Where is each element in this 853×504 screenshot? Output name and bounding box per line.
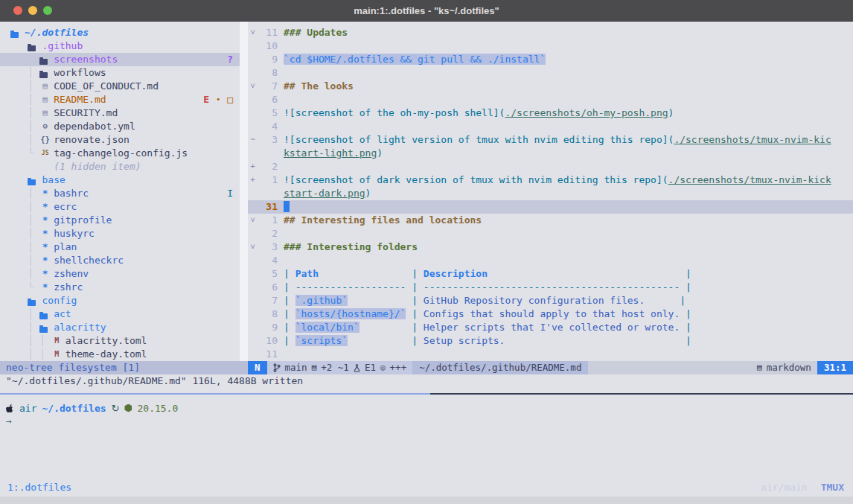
indent-guides	[10, 294, 28, 307]
editor-line[interactable]: 9`cd $HOME/.dotfiles && git pull && ./in…	[248, 53, 853, 66]
shell-pane[interactable]: air ~/.dotfiles ↻ 20.15.0 →	[0, 395, 853, 477]
tree-item[interactable]: │ *huskyrc	[0, 227, 240, 240]
fold-icon[interactable]: ˅	[248, 214, 258, 227]
tree-item[interactable]: │ screenshots?	[0, 53, 240, 66]
tree-item[interactable]: │ ▤CODE_OF_CONDUCT.md	[0, 80, 240, 93]
indent-guides: │	[10, 321, 39, 334]
tmux-pane-divider[interactable]	[0, 393, 853, 395]
gutter-blank	[248, 200, 258, 214]
editor-line[interactable]: +1![screenshot of dark version of tmux w…	[248, 173, 853, 187]
editor-line[interactable]: 7| `.github` | GitHub Repository configu…	[248, 294, 853, 307]
zoom-button[interactable]	[43, 6, 52, 15]
editor-line[interactable]: ~3![screenshot of light version of tmux …	[248, 133, 853, 147]
editor-line[interactable]: 8| `hosts/{hostname}/` | Configs that sh…	[248, 307, 853, 321]
editor-line[interactable]: 2	[248, 227, 853, 240]
close-button[interactable]	[13, 6, 22, 15]
tree-item[interactable]: └ JStag-changelog-config.js	[0, 147, 240, 160]
tree-item[interactable]: │ │ Malacritty.toml	[0, 334, 240, 348]
tree-item[interactable]: │ act	[0, 307, 240, 321]
text-segment: Description	[424, 268, 488, 279]
tree-item-label: bashrc	[54, 187, 89, 200]
gutter-blank	[248, 281, 258, 294]
tree-item[interactable]: │ *gitprofile	[0, 214, 240, 227]
status-badge: I	[227, 187, 233, 200]
tree-item[interactable]: │ ▤README.mdE•□	[0, 93, 240, 106]
minimize-button[interactable]	[28, 6, 37, 15]
editor-line[interactable]: 4	[248, 120, 853, 133]
tree-item-label: ~/.dotfiles	[25, 26, 89, 39]
tree-item[interactable]: │ alacritty	[0, 321, 240, 334]
tree-item-label: workflows	[54, 66, 106, 80]
folder-icon	[28, 300, 36, 306]
indent-guides: │	[10, 66, 39, 80]
tree-item[interactable]: │ *bashrcI	[0, 187, 240, 200]
tree-item[interactable]: .github	[0, 39, 240, 53]
titlebar[interactable]: main:1:.dotfiles - "ks~/.dotfiles"	[0, 0, 853, 22]
editor-line[interactable]: 5| Path | Description |	[248, 267, 853, 281]
line-number	[258, 147, 278, 160]
editor-line[interactable]: +2	[248, 160, 853, 173]
tree-item[interactable]: │ ▤SECURITY.md	[0, 106, 240, 120]
tree-item[interactable]: │ │ Mtheme-day.toml	[0, 348, 240, 361]
editor-line[interactable]: 10	[248, 39, 853, 53]
tree-item[interactable]: │ *ecrc	[0, 200, 240, 214]
editor-line[interactable]: kstart-light.png)	[248, 147, 853, 160]
fold-icon[interactable]: ˅	[248, 80, 258, 93]
fold-icon[interactable]: ˅	[248, 26, 258, 39]
gear-file-icon: ⚙	[39, 120, 51, 133]
line-text: ## The looks	[284, 80, 354, 93]
line-number: 8	[258, 66, 278, 80]
editor-line[interactable]: 4	[248, 254, 853, 267]
editor-line[interactable]: 6	[248, 93, 853, 106]
cmdline-message: "~/.dotfiles/.github/README.md" 116L, 44…	[0, 374, 853, 388]
tree-item[interactable]: │ *plan	[0, 240, 240, 254]
gutter-blank	[248, 120, 258, 133]
status-badge: •	[216, 93, 220, 106]
indent-guides: │	[10, 120, 39, 133]
tree-item[interactable]: base	[0, 173, 240, 187]
sidebar-right-strip	[240, 22, 248, 361]
tree-item[interactable]: │ *shellcheckrc	[0, 254, 240, 267]
tree-item[interactable]: (1 hidden item)	[0, 160, 240, 173]
tree-item[interactable]: │ {}renovate.json	[0, 133, 240, 147]
editor-line[interactable]: start-dark.png)	[248, 187, 853, 200]
text-segment: | ------------------- | ----------------…	[284, 281, 691, 293]
folder-icon	[28, 45, 36, 51]
editor-buffer[interactable]: ˅11### Updates109`cd $HOME/.dotfiles && …	[248, 22, 853, 361]
tmux-window-item[interactable]: 1:.dotfiles	[7, 482, 71, 493]
editor-line[interactable]: 9| `local/bin` | Helper scripts that I'v…	[248, 321, 853, 334]
editor-line[interactable]: 11	[248, 348, 853, 361]
editor-line[interactable]: ˅7## The looks	[248, 80, 853, 93]
tree-item[interactable]: │ ⚙dependabot.yml	[0, 120, 240, 133]
editor-line[interactable]: ˅11### Updates	[248, 26, 853, 39]
editor-line[interactable]: 31	[248, 200, 853, 214]
tree-item[interactable]: └ *zshrc	[0, 281, 240, 294]
gutter-blank	[248, 307, 258, 321]
editor-line[interactable]: 8	[248, 66, 853, 80]
text-segment	[360, 322, 412, 333]
tree-item-label: shellcheckrc	[54, 254, 124, 267]
tree-item[interactable]: │ *zshenv	[0, 267, 240, 281]
toml-file-icon: M	[51, 348, 63, 361]
tree-item-label: config	[42, 294, 77, 307]
text-segment: ### Interesting folders	[284, 241, 418, 252]
tree-item[interactable]: ~/.dotfiles	[0, 26, 240, 39]
editor-line[interactable]: 10| `scripts` | Setup scripts. |	[248, 334, 853, 348]
tmux-label: TMUX	[821, 482, 844, 493]
tree-item[interactable]: config	[0, 294, 240, 307]
gutter-blank	[248, 53, 258, 66]
line-text: kstart-light.png)	[284, 147, 383, 160]
editor-line[interactable]: 6| ------------------- | ---------------…	[248, 281, 853, 294]
line-number: 2	[258, 227, 278, 240]
gutter-blank	[248, 227, 258, 240]
editor-line[interactable]: ˅1## Interesting files and locations	[248, 214, 853, 227]
fold-icon[interactable]: ˅	[248, 240, 258, 254]
text-segment: start-dark.png	[284, 188, 365, 199]
neo-tree-sidebar: ~/.dotfiles .github │ screenshots? │ wor…	[0, 22, 248, 374]
editor-line[interactable]: ˅3### Interesting folders	[248, 240, 853, 254]
star-file-icon: *	[39, 227, 51, 240]
tree-item[interactable]: │ workflows	[0, 66, 240, 80]
line-text: | `hosts/{hostname}/` | Configs that sho…	[284, 307, 691, 321]
text-segment: ![screenshot of light version of tmux wi…	[284, 134, 674, 145]
editor-line[interactable]: 5![screenshot of the oh-my-posh shell](.…	[248, 106, 853, 120]
